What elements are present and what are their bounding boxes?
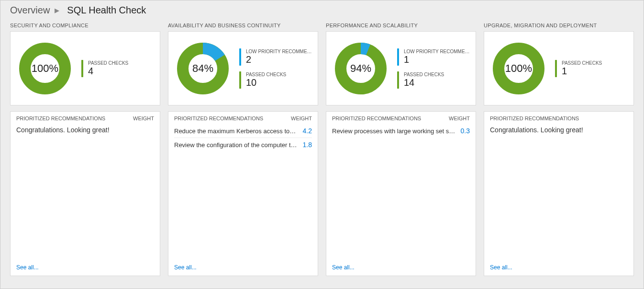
summary-card[interactable]: 94% LOW PRIORITY RECOMMENDATIO... 1 PASS…: [326, 31, 476, 105]
column-title: UPGRADE, MIGRATION AND DEPLOYMENT: [484, 23, 634, 28]
panels: SECURITY AND COMPLIANCE 100% PASSED CHEC…: [0, 19, 644, 289]
rec-weight: 1.8: [303, 141, 312, 149]
recs-header: PRIORITIZED RECOMMENDATIONS WEIGHT: [326, 112, 476, 124]
stat-label: PASSED CHECKS: [246, 72, 286, 77]
rec-text: Review processes with large working set …: [332, 127, 461, 135]
stat-low-priority: LOW PRIORITY RECOMMENDATIO... 2: [239, 48, 312, 66]
bar-green-icon: [81, 60, 83, 77]
stat-passed: PASSED CHECKS 4: [81, 60, 128, 77]
stat-low-priority: LOW PRIORITY RECOMMENDATIO... 1: [397, 48, 470, 66]
summary-card[interactable]: 100% PASSED CHECKS 1: [484, 31, 634, 105]
column-upgrade: UPGRADE, MIGRATION AND DEPLOYMENT 100% P…: [484, 23, 634, 282]
page: Overview ▸ SQL Health Check SECURITY AND…: [0, 0, 644, 289]
see-all-link[interactable]: See all...: [168, 259, 318, 276]
column-availability: AVAILABILITY AND BUSINESS CONTINUITY 84%…: [168, 23, 318, 282]
summary-card[interactable]: 100% PASSED CHECKS 4: [10, 31, 160, 105]
stat-passed: PASSED CHECKS 14: [397, 71, 470, 89]
recs-header-label: PRIORITIZED RECOMMENDATIONS: [490, 116, 579, 121]
recs-header-weight: WEIGHT: [449, 116, 470, 121]
recs-body: Congratulations. Looking great!: [484, 124, 633, 259]
donut-chart: 84%: [174, 40, 232, 97]
donut-chart: 94%: [332, 40, 389, 97]
stat-value: 10: [246, 77, 286, 88]
column-title: PERFORMANCE AND SCALABILITY: [326, 23, 476, 28]
recommendations-card: PRIORITIZED RECOMMENDATIONS WEIGHT Reduc…: [168, 111, 318, 276]
column-security: SECURITY AND COMPLIANCE 100% PASSED CHEC…: [10, 23, 160, 282]
rec-weight: 4.2: [303, 127, 312, 135]
recs-body: Congratulations. Looking great!: [11, 124, 160, 259]
column-performance: PERFORMANCE AND SCALABILITY 94% LOW PRIO…: [326, 23, 476, 282]
breadcrumb-root[interactable]: Overview: [10, 5, 50, 16]
stat-label: LOW PRIORITY RECOMMENDATIO...: [404, 49, 470, 54]
recs-header-weight: WEIGHT: [133, 116, 154, 121]
rec-weight: 0.3: [461, 127, 470, 135]
stat-value: 4: [88, 66, 128, 77]
donut-percent: 84%: [174, 40, 232, 97]
stat-value: 1: [404, 54, 470, 65]
stat-passed: PASSED CHECKS 1: [555, 60, 602, 77]
recs-header-label: PRIORITIZED RECOMMENDATIONS: [174, 116, 263, 121]
donut-chart: 100%: [16, 40, 74, 97]
chevron-right-icon: ▸: [55, 4, 59, 16]
stat-label: LOW PRIORITY RECOMMENDATIO...: [246, 49, 312, 54]
bar-blue-icon: [397, 48, 399, 66]
rec-text: Reduce the maximum Kerberos access token…: [174, 127, 303, 135]
congrats-text: Congratulations. Looking great!: [16, 124, 154, 136]
donut-percent: 100%: [16, 40, 74, 97]
recs-header-weight: WEIGHT: [291, 116, 312, 121]
recommendations-card: PRIORITIZED RECOMMENDATIONS Congratulati…: [484, 111, 634, 276]
stat-value: 1: [562, 66, 602, 77]
stats: PASSED CHECKS 4: [81, 60, 128, 77]
congrats-text: Congratulations. Looking great!: [490, 124, 628, 136]
rec-text: Review the configuration of the computer…: [174, 141, 303, 149]
bar-green-icon: [555, 60, 557, 77]
stats: PASSED CHECKS 1: [555, 60, 602, 77]
see-all-link[interactable]: See all...: [11, 259, 160, 276]
stat-label: PASSED CHECKS: [404, 72, 444, 77]
recs-header-label: PRIORITIZED RECOMMENDATIONS: [332, 116, 421, 121]
breadcrumb: Overview ▸ SQL Health Check: [0, 0, 644, 19]
recs-header: PRIORITIZED RECOMMENDATIONS WEIGHT: [168, 112, 318, 124]
rec-row[interactable]: Review the configuration of the computer…: [174, 138, 312, 151]
stat-passed: PASSED CHECKS 10: [239, 71, 312, 89]
donut-chart: 100%: [490, 40, 547, 97]
column-title: SECURITY AND COMPLIANCE: [10, 23, 160, 28]
recommendations-card: PRIORITIZED RECOMMENDATIONS WEIGHT Congr…: [10, 111, 160, 276]
recs-body: Reduce the maximum Kerberos access token…: [168, 124, 318, 259]
recs-body: Review processes with large working set …: [326, 124, 476, 259]
column-title: AVAILABILITY AND BUSINESS CONTINUITY: [168, 23, 318, 28]
recommendations-card: PRIORITIZED RECOMMENDATIONS WEIGHT Revie…: [326, 111, 476, 276]
recs-header: PRIORITIZED RECOMMENDATIONS: [484, 112, 633, 124]
stat-label: PASSED CHECKS: [562, 60, 602, 66]
see-all-link[interactable]: See all...: [326, 259, 476, 276]
breadcrumb-current: SQL Health Check: [67, 5, 146, 16]
rec-row[interactable]: Review processes with large working set …: [332, 124, 470, 138]
see-all-link[interactable]: See all...: [484, 259, 633, 276]
recs-header: PRIORITIZED RECOMMENDATIONS WEIGHT: [11, 112, 160, 124]
summary-card[interactable]: 84% LOW PRIORITY RECOMMENDATIO... 2 PASS…: [168, 31, 318, 105]
bar-green-icon: [239, 71, 241, 89]
stats: LOW PRIORITY RECOMMENDATIO... 2 PASSED C…: [239, 48, 312, 89]
recs-header-label: PRIORITIZED RECOMMENDATIONS: [16, 116, 105, 121]
rec-row[interactable]: Reduce the maximum Kerberos access token…: [174, 124, 312, 138]
stat-label: PASSED CHECKS: [88, 60, 128, 66]
bar-blue-icon: [239, 48, 241, 66]
stat-value: 2: [246, 54, 312, 65]
stat-value: 14: [404, 77, 444, 88]
stats: LOW PRIORITY RECOMMENDATIO... 1 PASSED C…: [397, 48, 470, 89]
donut-percent: 100%: [490, 40, 547, 97]
donut-percent: 94%: [332, 40, 389, 97]
bar-green-icon: [397, 71, 399, 89]
